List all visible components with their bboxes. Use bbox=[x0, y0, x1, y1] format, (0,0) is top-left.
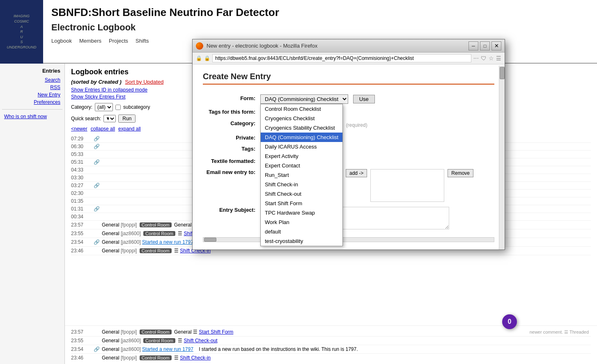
new-run-link[interactable]: Started a new run 1797 bbox=[142, 346, 193, 352]
dropdown-item-cryogenics[interactable]: Cryogenics Checklist bbox=[261, 114, 342, 123]
expand-all[interactable]: expand all bbox=[118, 126, 141, 132]
bookmark-icon[interactable]: ☆ bbox=[489, 55, 494, 62]
dropdown-item-daq[interactable]: DAQ (Commisioning) Checklist bbox=[261, 133, 342, 142]
category-select[interactable]: (all) bbox=[95, 103, 113, 111]
tags-form-label: Tags for this form: bbox=[209, 109, 255, 115]
attach-icon: 🔗 bbox=[94, 206, 102, 212]
sidebar-who-on-shift[interactable]: Who is on shift now bbox=[2, 113, 62, 120]
entry-time: 01:35 bbox=[71, 198, 94, 204]
dropdown-item-expert-activity[interactable]: Expert Activity bbox=[261, 151, 342, 161]
sidebar-preferences[interactable]: Preferences bbox=[2, 98, 62, 106]
float-button[interactable]: 0 bbox=[502, 314, 517, 329]
dropdown-item-work-plan[interactable]: Work Plan bbox=[261, 217, 342, 227]
entry-time: 07:29 bbox=[71, 136, 94, 142]
nav-members[interactable]: Members bbox=[79, 38, 101, 44]
dropdown-item-expert-contact[interactable]: Expert Contact bbox=[261, 161, 342, 170]
more-options-icon[interactable]: ··· bbox=[473, 55, 479, 62]
sidebar-rss[interactable]: RSS bbox=[2, 84, 62, 91]
page-title: SBNFD:Short Baseline Neutrino Far Detect… bbox=[51, 6, 589, 19]
control-room-tag: Control Room bbox=[140, 222, 172, 227]
form-dropdown: Control Room Checklist Cryogenics Checkl… bbox=[260, 104, 343, 246]
attach-icon: 🔗 bbox=[94, 144, 102, 149]
lock-icon: 🔒 bbox=[204, 55, 210, 61]
security-icon: 🔒 bbox=[196, 55, 202, 61]
collapse-all[interactable]: collapse all bbox=[91, 126, 115, 132]
page-subtitle: Electronic Logbook bbox=[51, 22, 589, 33]
entry-time: 05:33 bbox=[71, 151, 94, 157]
email-label: Email new entry to: bbox=[207, 169, 255, 175]
entry-time: 00:34 bbox=[71, 214, 94, 220]
dropdown-item-cryo-stability[interactable]: Cryogenics Stability Checklist bbox=[261, 123, 342, 133]
category-field-label: Category: bbox=[230, 120, 255, 126]
sort-by-updated[interactable]: Sort by Updated bbox=[125, 79, 163, 85]
attach-icon: 🔗 bbox=[94, 159, 102, 165]
entry-time: 23:46 bbox=[71, 248, 94, 254]
entry-time: 03:27 bbox=[71, 183, 94, 188]
maximize-button[interactable]: □ bbox=[480, 41, 490, 50]
dropdown-item-test-cryo[interactable]: test-cryostability bbox=[261, 236, 342, 246]
subject-label: Entry Subject: bbox=[219, 207, 255, 213]
minimize-button[interactable]: ─ bbox=[468, 41, 478, 50]
menu-icon[interactable]: ☰ bbox=[496, 55, 501, 62]
entry-time: 05:31 bbox=[71, 159, 94, 165]
required-note: (required) bbox=[346, 122, 367, 128]
textile-label: Textile formatted: bbox=[211, 158, 255, 164]
sidebar-search[interactable]: Search bbox=[2, 76, 62, 84]
tags-field-label: Tags: bbox=[241, 146, 255, 152]
use-button[interactable]: Use bbox=[353, 95, 375, 103]
newer-link[interactable]: <newer bbox=[71, 126, 87, 132]
entry-time: 02:30 bbox=[71, 190, 94, 196]
entry-time: 06:30 bbox=[71, 144, 94, 149]
dropdown-item-start-shift[interactable]: Start Shift Form bbox=[261, 199, 342, 208]
dialog-title: Create New Entry bbox=[203, 72, 494, 85]
remove-button[interactable]: Remove bbox=[448, 169, 473, 177]
dropdown-item-default[interactable]: default bbox=[261, 227, 342, 236]
entry-time: 01:31 bbox=[71, 206, 94, 212]
entry-time: 04:33 bbox=[71, 167, 94, 173]
run-button[interactable]: Run bbox=[118, 114, 135, 123]
attach-icon: 🔗 bbox=[94, 136, 102, 142]
quick-search-select[interactable]: ▼ bbox=[103, 115, 116, 122]
subcategory-label: subcategory bbox=[123, 104, 150, 110]
dropdown-item-control-room[interactable]: Control Room Checklist bbox=[261, 104, 342, 114]
logo: IMAGINGCOSMICARUSUNDERGROUND bbox=[0, 0, 43, 64]
dropdown-item-daily-icarus[interactable]: Daily ICARUS Access bbox=[261, 142, 342, 151]
browser-title: New entry - electronic logbook - Mozilla… bbox=[207, 43, 317, 49]
control-room-tag-bottom: Control Room bbox=[140, 330, 172, 334]
private-label: Private: bbox=[236, 135, 255, 141]
nav-logbook[interactable]: Logbook bbox=[51, 38, 72, 44]
entry-time: 23:54 bbox=[71, 239, 94, 245]
shift-checkout-bottom[interactable]: Shift Check-out bbox=[184, 338, 218, 343]
entry-time: 23:57 bbox=[71, 222, 94, 228]
shift-checkin-bottom[interactable]: Shift Check-in bbox=[180, 355, 211, 361]
quick-search-label: Quick search: bbox=[71, 116, 101, 121]
subcategory-checkbox[interactable] bbox=[115, 105, 121, 110]
attach-icon: 🔗 bbox=[94, 183, 102, 188]
address-bar[interactable] bbox=[212, 54, 471, 62]
nav-shifts[interactable]: Shifts bbox=[135, 38, 149, 44]
category-label: Category: bbox=[71, 104, 92, 110]
entry-time: 03:30 bbox=[71, 175, 94, 181]
start-shift-link-bottom[interactable]: Start Shift Form bbox=[199, 329, 233, 335]
nav-projects[interactable]: Projects bbox=[109, 38, 128, 44]
form-label: Form: bbox=[240, 95, 255, 101]
form-select[interactable]: DAQ (Commisioning) Checklist bbox=[260, 94, 348, 104]
firefox-icon bbox=[196, 42, 203, 50]
shield-icon: 🛡 bbox=[481, 55, 487, 62]
dropdown-item-shift-checkin[interactable]: Shift Check-in bbox=[261, 180, 342, 189]
sidebar-new-entry[interactable]: New Entry bbox=[2, 91, 62, 98]
close-button[interactable]: ✕ bbox=[491, 41, 501, 50]
dropdown-item-run-start[interactable]: Run_Start bbox=[261, 170, 342, 180]
attach-icon: 🔗 bbox=[94, 239, 102, 245]
dropdown-item-shift-checkout[interactable]: Shift Check-out bbox=[261, 189, 342, 199]
sidebar-entries-header: Entries bbox=[2, 68, 62, 74]
entry-time: 23:55 bbox=[71, 231, 94, 236]
add-button[interactable]: add -> bbox=[346, 169, 367, 177]
sort-current: (sorted by Created ) bbox=[71, 79, 122, 85]
dropdown-item-tpc[interactable]: TPC Hardware Swap bbox=[261, 208, 342, 217]
